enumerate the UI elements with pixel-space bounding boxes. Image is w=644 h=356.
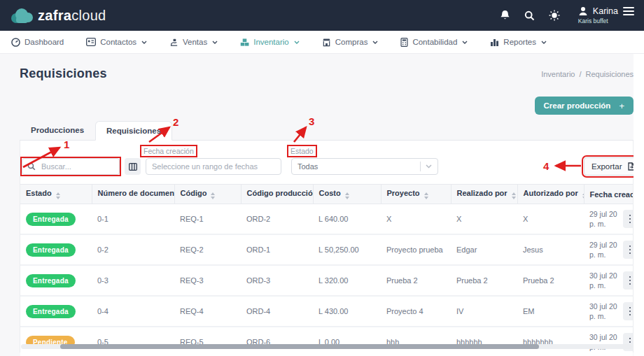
row-menu-button[interactable] (623, 241, 633, 259)
cell-codigo-prod: ORD-6 (241, 327, 313, 356)
cell-realizado: X (451, 204, 517, 235)
cell-codigo: REQ-4 (174, 296, 241, 327)
status-badge: Entregada (26, 213, 76, 226)
row-menu-button[interactable] (623, 271, 633, 290)
dashboard-icon (11, 38, 20, 47)
id-card-icon (86, 38, 96, 46)
header-codigo[interactable]: Código (174, 185, 241, 204)
chevron-down-icon (541, 41, 547, 44)
cell-estado: Entregada (20, 234, 92, 265)
cell-costo: L 0.00 (313, 327, 381, 356)
nav-label: Ventas (183, 38, 207, 46)
nav-item-reportes[interactable]: Reportes (490, 38, 547, 46)
boxes-icon (240, 38, 249, 47)
select-controls (420, 162, 432, 171)
filter-area: Fecha creación Estado Todas Exportar (20, 141, 633, 184)
nav-item-ventas[interactable]: Ventas (169, 38, 218, 47)
tab-bar: Producciones Requisiciones (20, 120, 634, 141)
header-estado[interactable]: Estado (20, 185, 92, 204)
cell-estado: Pendiente (20, 327, 92, 356)
sort-icon[interactable] (211, 192, 215, 199)
header-fecha-creacion[interactable]: Fecha creación (584, 185, 633, 204)
app-logo[interactable]: zafracloud (10, 6, 106, 24)
nav-label: Reportes (503, 38, 536, 46)
export-label: Exportar (592, 162, 622, 171)
search-icon[interactable] (524, 10, 535, 21)
header-label: Proyecto (387, 189, 420, 197)
columns-toggle-button[interactable] (125, 158, 141, 175)
create-production-button[interactable]: Crear producción + (535, 97, 634, 115)
nav-label: Compras (335, 38, 368, 46)
tab-producciones[interactable]: Producciones (20, 120, 95, 140)
chevron-down-icon (294, 41, 300, 44)
breadcrumb-current: Requisiciones (586, 70, 634, 78)
nav-item-compras[interactable]: Compras (322, 38, 379, 47)
cell-autorizado: hhhhhhh (517, 327, 584, 356)
search-icon (27, 162, 36, 171)
actions-row: Crear producción + (0, 81, 644, 115)
fecha-line2: p. m. (589, 250, 617, 259)
requisitions-card: Fecha creación Estado Todas Exportar (20, 141, 634, 353)
header-numero-documento[interactable]: Número de documento (92, 185, 174, 204)
page-title: Requisiciones (20, 66, 107, 81)
header-label: Fecha creación (590, 190, 634, 199)
sort-icon[interactable] (56, 192, 60, 199)
nav-item-inventario[interactable]: Inventario (240, 38, 300, 47)
header-autorizado-por[interactable]: Autorizado por (517, 185, 584, 204)
table-row[interactable]: Entregada 0-3 REQ-3 ORD-3 L 320.00 Prueb… (20, 265, 633, 296)
estado-select[interactable]: Todas (291, 158, 438, 175)
date-range-input[interactable] (146, 158, 281, 175)
tab-requisiciones[interactable]: Requisiciones (95, 121, 172, 141)
cell-costo: L 640.00 (313, 204, 381, 235)
row-menu-button[interactable] (623, 210, 633, 228)
table-row[interactable]: Entregada 0-4 REQ-4 ORD-4 L 430.00 Proye… (20, 296, 633, 327)
cell-proyecto: X (381, 204, 451, 235)
status-badge: Entregada (26, 243, 76, 257)
logo-text: zafracloud (38, 8, 106, 24)
cell-fecha: 29 jul 20p. m. (584, 204, 633, 235)
bell-icon[interactable] (500, 10, 510, 21)
nav-item-contabilidad[interactable]: Contabilidad (400, 38, 468, 47)
header-codigo-produccion[interactable]: Código producción (241, 185, 313, 204)
topbar: zafracloud Karina Karis buffet (0, 0, 644, 31)
nav-item-dashboard[interactable]: Dashboard (11, 38, 64, 47)
table-row[interactable]: Pendiente 0-5 REQ-5 ORD-6 L 0.00 hhh hhh… (20, 327, 633, 356)
header-label: Código producción (247, 189, 314, 197)
page-scroll-gutter (634, 54, 644, 356)
search-box (22, 158, 120, 175)
logo-bold: zafra (38, 8, 71, 23)
table-row[interactable]: Entregada 0-1 REQ-1 ORD-2 L 640.00 X X X… (20, 204, 633, 235)
table-row[interactable]: Entregada 0-2 REQ-2 ORD-1 L 50,250.00 Pr… (20, 234, 633, 265)
header-costo[interactable]: Costo (313, 185, 381, 204)
cell-costo: L 430.00 (313, 296, 381, 327)
cell-fecha: 30 jul 20p. m. (584, 327, 633, 356)
breadcrumb-parent[interactable]: Inventario (541, 70, 575, 78)
scrollbar-thumb[interactable] (60, 344, 539, 349)
bar-chart-icon (490, 38, 499, 46)
cell-realizado: hhhhhh (451, 327, 517, 356)
breadcrumb: Inventario / Requisiciones (541, 70, 634, 78)
row-menu-button[interactable] (623, 302, 633, 320)
cell-realizado: Prueba 2 (451, 265, 517, 296)
fecha-line1: 29 jul 20 (589, 240, 617, 250)
cell-codigo-prod: ORD-1 (241, 234, 313, 265)
cell-codigo: REQ-2 (174, 234, 241, 265)
cell-proyecto: Proyecto 4 (381, 296, 451, 327)
nav-label: Inventario (253, 38, 289, 46)
horizontal-scrollbar[interactable] (21, 344, 632, 349)
header-proyecto[interactable]: Proyecto (381, 185, 451, 204)
sun-icon[interactable] (549, 10, 560, 21)
sort-icon[interactable] (345, 192, 349, 199)
sort-icon[interactable] (512, 192, 516, 199)
header-realizado-por[interactable]: Realizado por (451, 185, 517, 204)
user-menu[interactable]: Karina Karis buffet (578, 6, 634, 24)
nav-item-contactos[interactable]: Contactos (86, 38, 147, 46)
sort-icon[interactable] (424, 192, 428, 199)
requisitions-table: Estado Número de documento Código Código… (20, 184, 633, 356)
hamburger-icon[interactable] (623, 7, 634, 15)
search-input[interactable] (22, 158, 120, 175)
user-name: Karina (593, 6, 618, 16)
status-badge: Entregada (26, 274, 76, 287)
person-icon (578, 6, 588, 16)
columns-icon (129, 163, 137, 171)
